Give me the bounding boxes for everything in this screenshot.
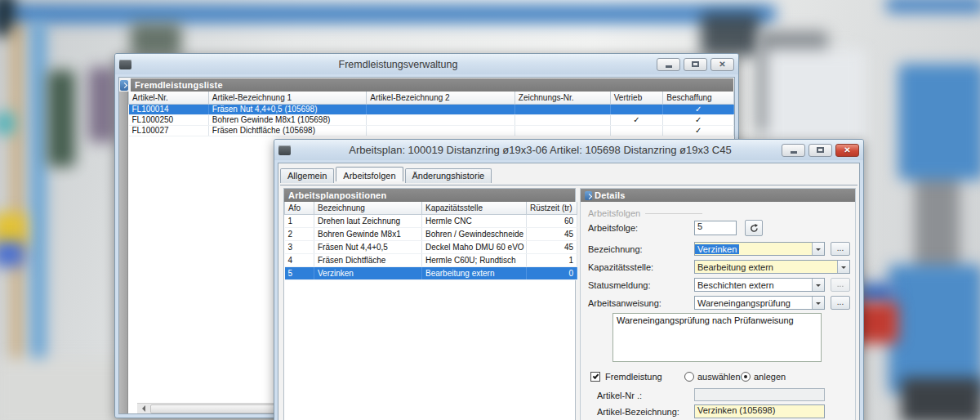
positions-header: Arbeitsplanpositionen [284, 189, 575, 202]
col-bezeichnung2[interactable]: Artikel-Bezeichnung 2 [367, 92, 514, 104]
label-kapazitaetsstelle: Kapazitätsstelle: [588, 262, 653, 272]
minimize-button[interactable] [657, 58, 680, 71]
details-title: Details [595, 190, 625, 200]
bg-machine-blue [898, 64, 980, 180]
bg-shape [31, 21, 46, 405]
list-title: Fremdleistungsliste [135, 80, 223, 90]
bg-shape [131, 23, 181, 57]
tab-allgemein[interactable]: Allgemein [280, 168, 334, 183]
table-header-row[interactable]: Afo Bezeichnung Kapazitätsstelle Rüstzei… [285, 202, 577, 214]
anweisung-textarea[interactable]: Wareneingangsprüfung nach Prüfanweisung [612, 313, 822, 362]
position-row[interactable]: 2 Bohren Gewinde M8x1 Bohren / Gewindesc… [285, 227, 577, 240]
bezeichnung-browse-button[interactable]: ... [831, 242, 850, 256]
check-icon[interactable]: ✓ [663, 104, 734, 114]
renumber-button[interactable] [745, 220, 763, 236]
tab-aenderungshistorie[interactable]: Änderungshistorie [405, 168, 492, 183]
collapsed-side-strip[interactable] [119, 92, 128, 413]
col-bezeichnung[interactable]: Bezeichnung [314, 202, 422, 214]
table-header-row[interactable]: Artikel-Nr. Artikel-Bezeichnung 1 Artike… [129, 92, 734, 104]
bg-blue-beam [0, 5, 776, 23]
list-header: Fremdleistungsliste [131, 78, 733, 92]
bezeichnung-combobox[interactable]: Verzinken [694, 242, 825, 256]
maximize-icon [692, 61, 699, 67]
window-client: Allgemein Arbeitsfolgen Änderungshistori… [278, 163, 860, 420]
arbeitsanweisung-browse-button[interactable]: ... [831, 296, 850, 310]
close-icon: ✕ [719, 60, 725, 69]
col-zeichnungs-nr[interactable]: Zeichnungs-Nr. [514, 92, 610, 104]
scroll-left-icon[interactable] [137, 404, 149, 414]
statusmeldung-combobox[interactable]: Beschichten extern [694, 278, 825, 292]
window-title: Arbeitsplan: 100019 Distanzring ø19x3-06… [307, 144, 773, 156]
label-anlegen: anlegen [754, 372, 786, 382]
close-icon: ✕ [844, 146, 850, 154]
tab-arbeitsfolgen[interactable]: Arbeitsfolgen [336, 167, 403, 181]
bg-shape [0, 242, 24, 266]
col-afo[interactable]: Afo [285, 202, 314, 214]
check-icon [593, 373, 599, 379]
window-arbeitsplan: Arbeitsplan: 100019 Distanzring ø19x3-06… [274, 139, 864, 420]
check-icon[interactable]: ✓ [610, 114, 663, 125]
kapazitaetsstelle-combobox[interactable]: Bearbeitung extern [694, 260, 850, 274]
table-row[interactable]: FL1000250 Bohren Gewinde M8x1 (105698) ✓… [129, 114, 734, 125]
close-button[interactable]: ✕ [710, 58, 734, 71]
label-arbeitsanweisung: Arbeitsanweisung: [588, 298, 662, 308]
maximize-button[interactable] [684, 58, 707, 71]
bg-shape [47, 70, 75, 167]
col-bezeichnung1[interactable]: Artikel-Bezeichnung 1 [208, 92, 367, 104]
col-kapazitaetsstelle[interactable]: Kapazitätsstelle [422, 202, 527, 214]
position-row-selected[interactable]: 5 Verzinken Bearbeitung extern 0 [285, 266, 577, 279]
chevron-down-icon[interactable] [812, 279, 824, 291]
group-label-arbeitsfolgen: Arbeitsfolgen [588, 208, 702, 218]
minimize-button[interactable] [782, 144, 805, 157]
fremdleistung-checkbox[interactable] [590, 372, 600, 382]
anlegen-radio[interactable] [741, 372, 751, 382]
minimize-icon [791, 151, 797, 154]
titlebar[interactable]: Arbeitsplan: 100019 Distanzring ø19x3-06… [274, 140, 863, 160]
close-button[interactable]: ✕ [835, 144, 859, 157]
check-icon[interactable]: ✓ [663, 114, 734, 125]
col-ruestzeit[interactable]: Rüstzeit (tr) [527, 202, 577, 214]
label-artikel-bezeichnung: Artikel-Bezeichnung: [597, 407, 679, 417]
table-row[interactable]: FL100027 Fräsen Dichtfläche (105698) ✓ [129, 125, 734, 136]
arbeitsplanpositionen-panel: Arbeitsplanpositionen Afo Bezeichnung Ka… [283, 188, 576, 420]
col-beschaffung[interactable]: Beschaffung [663, 92, 734, 104]
app-icon [119, 60, 131, 69]
arbeitsanweisung-combobox[interactable]: Wareneingangsprüfung [694, 296, 825, 310]
label-fremdleistung: Fremdleistung [605, 372, 662, 382]
artikel-nr-input[interactable] [694, 388, 825, 401]
label-arbeitsfolge: Arbeitsfolge: [588, 223, 638, 233]
position-row[interactable]: 1 Drehen laut Zeichnung Hermle CNC 60 [285, 214, 577, 227]
collapse-panel-icon[interactable] [120, 80, 128, 91]
minimize-icon [666, 65, 672, 68]
table-empty-area [284, 280, 575, 420]
arbeitsfolge-input[interactable]: 5 [694, 221, 737, 235]
titlebar[interactable]: Fremdleistungsverwaltung ✕ [115, 54, 738, 74]
position-row[interactable]: 3 Fräsen Nut 4,4+0,5 Deckel Maho DMU 60 … [285, 240, 577, 253]
bg-shape [701, 13, 760, 56]
chevron-down-icon[interactable] [812, 297, 824, 309]
bg-shape [88, 67, 116, 142]
details-header: Details [581, 189, 855, 202]
position-row[interactable]: 4 Fräsen Dichtfläche Hermle C60U; Rundti… [285, 253, 577, 266]
label-artikel-nr: Artikel-Nr .: [597, 391, 642, 400]
details-form: Arbeitsfolgen Arbeitsfolge: 5 Bezeichnun… [581, 202, 855, 420]
chevron-down-icon[interactable] [812, 243, 824, 255]
details-panel: Details Arbeitsfolgen Arbeitsfolge: 5 Be… [580, 188, 856, 420]
label-statusmeldung: Statusmeldung: [588, 280, 650, 290]
chevron-down-icon[interactable] [837, 261, 849, 273]
col-artikel-nr[interactable]: Artikel-Nr. [129, 92, 209, 104]
label-auswaehlen: auswählen [697, 372, 741, 382]
tab-strip: Allgemein Arbeitsfolgen Änderungshistori… [278, 163, 859, 181]
bg-shape [886, 0, 980, 13]
table-row-selected[interactable]: FL100014 Fräsen Nut 4,4+0,5 (105698) ✓ [129, 104, 734, 114]
auswaehlen-radio[interactable] [684, 372, 694, 382]
maximize-button[interactable] [808, 144, 832, 157]
collapse-icon[interactable] [585, 191, 592, 200]
bg-shape [0, 113, 15, 134]
positions-title: Arbeitsplanpositionen [288, 190, 386, 200]
statusmeldung-browse-button[interactable]: ... [831, 278, 850, 292]
col-vertrieb[interactable]: Vertrieb [610, 92, 663, 104]
bg-machine-blue [889, 265, 980, 394]
check-icon[interactable]: ✓ [663, 125, 734, 136]
artikel-bezeichnung-input[interactable]: Verzinken (105698) [694, 404, 825, 418]
